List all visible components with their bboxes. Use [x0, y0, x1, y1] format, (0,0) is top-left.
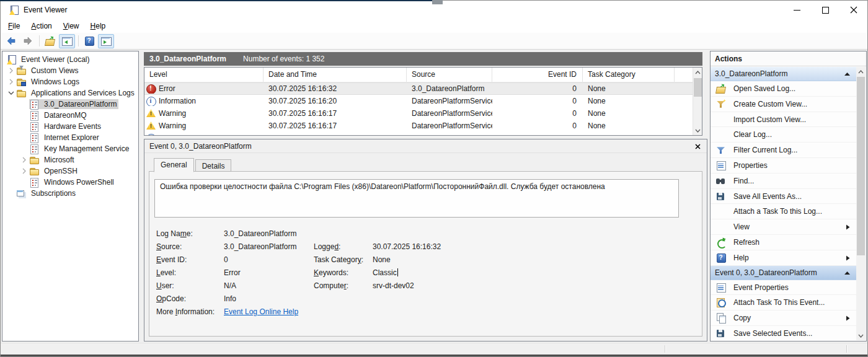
- tree-item-microsoft[interactable]: Microsoft: [2, 154, 138, 165]
- column-header-source[interactable]: Source: [407, 68, 492, 82]
- menu-help[interactable]: Help: [85, 20, 112, 32]
- table-row[interactable]: Error 30.07.2025 16:16:32 3.0_DatareonPl…: [144, 82, 702, 95]
- tree-item-datareonmq[interactable]: DatareonMQ: [2, 110, 138, 121]
- open-saved-log-icon: [45, 36, 55, 46]
- column-header-event-id[interactable]: Event ID: [492, 68, 583, 82]
- scrollbar-thumb[interactable]: [694, 78, 702, 97]
- tree-item-openssh[interactable]: OpenSSH: [2, 165, 138, 177]
- tree-item-windows-powershell[interactable]: Windows PowerShell: [2, 177, 138, 188]
- expand-chevron[interactable]: [19, 166, 29, 176]
- event-viewer-icon: [6, 55, 16, 64]
- actions-title: Actions: [711, 51, 866, 66]
- action-refresh[interactable]: Refresh: [711, 235, 856, 250]
- save-icon: [716, 192, 726, 201]
- scroll-down-arrow-icon[interactable]: [856, 331, 866, 340]
- tree-item-30-datareonplatform[interactable]: 3.0_DatareonPlatform: [2, 99, 138, 110]
- action-save-selected-events[interactable]: Save Selected Events...: [711, 326, 856, 342]
- detail-close-button[interactable]: [692, 141, 703, 151]
- tree-item-applications-and-services-logs[interactable]: Applications and Services Logs: [2, 87, 138, 99]
- tree-item-internet-explorer[interactable]: Internet Explorer: [2, 132, 138, 143]
- tree-item-key-management-service[interactable]: Key Management Service: [2, 143, 138, 154]
- column-header-date-and-time[interactable]: Date and Time: [264, 68, 407, 82]
- tab-general[interactable]: General: [154, 158, 194, 172]
- tree-item-custom-views[interactable]: Custom Views: [2, 65, 138, 76]
- actions-scrollbar[interactable]: [856, 67, 866, 340]
- column-header-task-category[interactable]: Task Category: [583, 68, 675, 82]
- folder-icon: [29, 166, 39, 176]
- action-create-custom-view[interactable]: Create Custom View...: [711, 97, 856, 112]
- action-open-saved-log[interactable]: Open Saved Log...: [711, 81, 856, 97]
- field-value-opcode: Info: [224, 293, 236, 306]
- actions-section-header-log[interactable]: 3.0_DatareonPlatform: [711, 67, 856, 81]
- menu-action[interactable]: Action: [25, 20, 57, 32]
- event-log-icon: [29, 133, 39, 143]
- tree-item-hardware-events[interactable]: Hardware Events: [2, 121, 138, 132]
- collapse-arrow-icon[interactable]: [844, 270, 851, 276]
- help-button[interactable]: [81, 34, 97, 48]
- events-count: Number of events: 1 352: [243, 55, 324, 63]
- general-tab-content: Ошибка проверки целостности файла C:\Pro…: [149, 171, 702, 337]
- table-row[interactable]: Warning 30.07.2025 16:16:17 DatareonPlat…: [144, 107, 702, 120]
- actions-section-header-event[interactable]: Event 0, 3.0_DatareonPlatform: [711, 266, 856, 280]
- action-properties[interactable]: Properties: [711, 158, 856, 174]
- show-console-tree-button[interactable]: [59, 34, 75, 48]
- tab-details[interactable]: Details: [195, 159, 232, 172]
- toolbar: [0, 33, 868, 50]
- tree-item-windows-logs[interactable]: Windows Logs: [2, 76, 138, 87]
- action-clear-log[interactable]: Clear Log...: [711, 127, 856, 143]
- tree-item-subscriptions[interactable]: Subscriptions: [2, 188, 138, 199]
- field-label-opcode: OpCode:: [156, 293, 186, 306]
- action-filter-current-log[interactable]: Filter Current Log...: [711, 143, 856, 158]
- scroll-up-arrow-icon[interactable]: [856, 67, 866, 76]
- table-scrollbar[interactable]: [693, 68, 702, 135]
- table-row[interactable]: Information 30.07.2025 16:16:20 Datareon…: [144, 95, 702, 107]
- column-header-level[interactable]: Level: [144, 68, 264, 82]
- background-bottom-edge: [0, 355, 868, 357]
- collapse-arrow-icon[interactable]: [844, 71, 851, 77]
- action-attach-a-task-to-this-log[interactable]: Attach a Task To this Log...: [711, 204, 856, 219]
- close-button[interactable]: [839, 1, 868, 19]
- action-help[interactable]: Help: [711, 250, 856, 266]
- scroll-up-arrow-icon[interactable]: [693, 68, 702, 77]
- expand-chevron[interactable]: [19, 155, 29, 165]
- status-bar: [0, 343, 868, 355]
- field-label-user: User:: [156, 280, 174, 293]
- scroll-down-arrow-icon[interactable]: [693, 126, 702, 135]
- action-view[interactable]: View: [711, 219, 856, 235]
- table-row-partial[interactable]: [144, 132, 702, 136]
- event-log-online-help-link[interactable]: Event Log Online Help: [224, 307, 298, 316]
- forward-button[interactable]: [20, 34, 36, 48]
- scrollbar-thumb[interactable]: [857, 77, 865, 255]
- cell-event-id: 0: [492, 121, 583, 130]
- table-row[interactable]: Warning 30.07.2025 16:16:17 DatareonPlat…: [144, 120, 702, 132]
- event-log-icon: [29, 99, 39, 109]
- event-viewer-app-icon: [9, 5, 19, 15]
- action-copy[interactable]: Copy: [711, 311, 856, 326]
- detail-title: Event 0, 3.0_DatareonPlatform: [149, 142, 252, 151]
- back-button[interactable]: [3, 34, 19, 48]
- menu-view[interactable]: View: [58, 20, 85, 32]
- event-log-icon: [29, 144, 39, 154]
- expand-chevron[interactable]: [6, 77, 16, 87]
- minimize-button[interactable]: [782, 1, 811, 19]
- warning-icon: [146, 121, 156, 131]
- field-row: Event ID: 0 Task Category: None: [156, 253, 697, 267]
- menu-file[interactable]: File: [2, 20, 25, 32]
- action-find[interactable]: Find...: [711, 174, 856, 189]
- event-message[interactable]: Ошибка проверки целостности файла C:\Pro…: [154, 179, 679, 218]
- open-saved-log-button[interactable]: [42, 34, 58, 48]
- show-action-pane-button[interactable]: [98, 34, 114, 48]
- field-value-event-id: 0: [224, 253, 228, 267]
- expand-chevron[interactable]: [6, 66, 16, 76]
- action-event-properties[interactable]: Event Properties: [711, 280, 856, 296]
- action-save-all-events-as[interactable]: Save All Events As...: [711, 189, 856, 205]
- tree-item-event-viewer-local[interactable]: Event Viewer (Local): [2, 54, 138, 65]
- collapse-chevron[interactable]: [6, 88, 16, 98]
- action-attach-task-to-this-event[interactable]: Attach Task To This Event...: [711, 295, 856, 311]
- event-detail-pane: Event 0, 3.0_DatareonPlatform General De…: [144, 139, 707, 342]
- log-header-bar: 3.0_DatareonPlatform Number of events: 1…: [144, 52, 702, 66]
- action-import-custom-view[interactable]: Import Custom View...: [711, 112, 856, 128]
- filter-icon: [716, 145, 726, 155]
- field-value-task-category: None: [373, 253, 391, 267]
- maximize-button[interactable]: [811, 1, 839, 19]
